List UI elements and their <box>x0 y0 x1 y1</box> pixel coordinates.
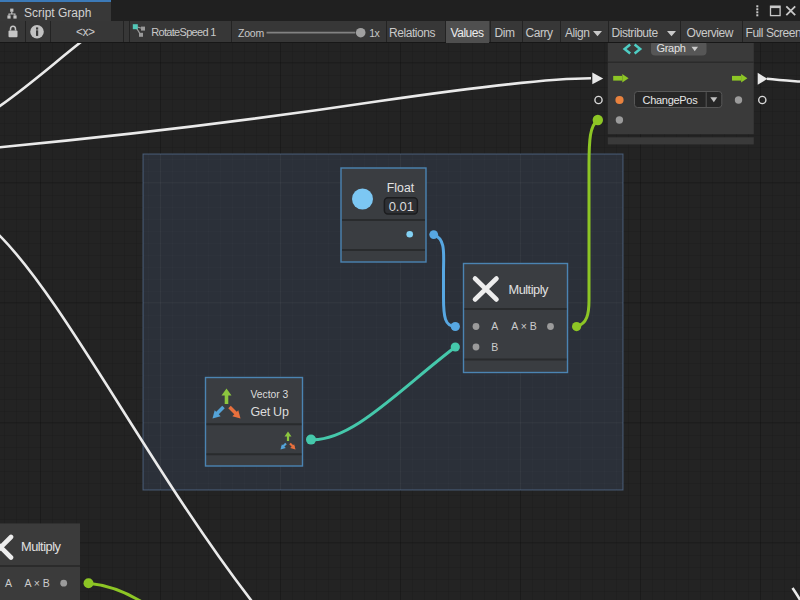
svg-text:B: B <box>491 341 498 353</box>
svg-text:A × B: A × B <box>511 320 536 332</box>
svg-text:Get Up: Get Up <box>251 405 289 419</box>
svg-text:A: A <box>5 577 12 589</box>
svg-text:A: A <box>491 320 498 332</box>
svg-text:Multiply: Multiply <box>509 282 549 297</box>
svg-text:0.01: 0.01 <box>389 199 414 214</box>
svg-text:Graph: Graph <box>657 43 686 54</box>
svg-text:Vector 3: Vector 3 <box>251 389 289 400</box>
svg-text:A × B: A × B <box>24 577 49 589</box>
svg-text:Float: Float <box>387 181 415 195</box>
svg-text:Multiply: Multiply <box>21 539 61 554</box>
svg-text:ChangePos: ChangePos <box>643 94 699 106</box>
